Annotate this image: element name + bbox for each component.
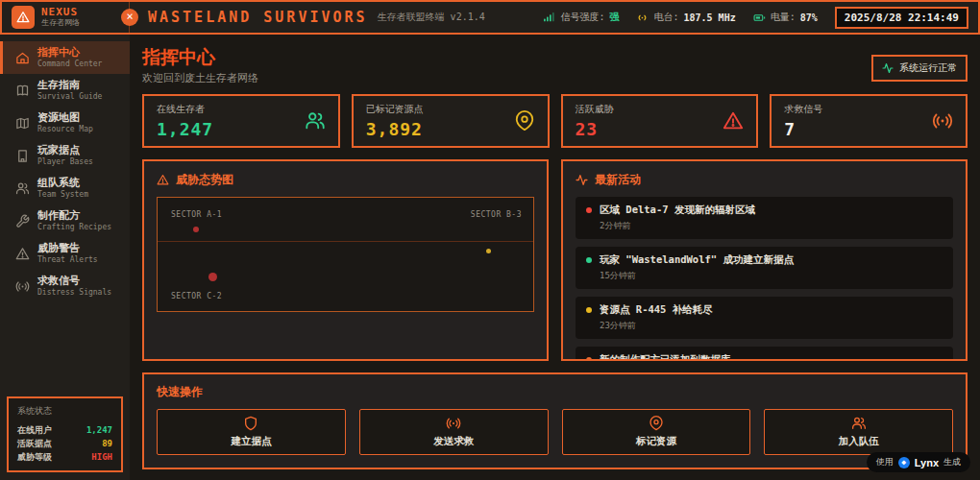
- map-icon: [15, 116, 30, 131]
- battery-icon: [753, 12, 766, 24]
- broadcast-icon: [446, 416, 461, 431]
- users-icon: [305, 110, 326, 132]
- threat-map-title: 威胁态势图: [176, 172, 233, 188]
- activity-time: 2分钟前: [600, 220, 943, 232]
- status-dot: [586, 357, 592, 361]
- activity-item[interactable]: 资源点 R-445 补给耗尽 23分钟前: [576, 297, 953, 339]
- clock-timestamp: 2025/8/28 22:14:49: [835, 7, 968, 29]
- lynx-logo-icon: ◆: [898, 457, 910, 468]
- active-bases-row: 活跃据点 89: [17, 437, 112, 450]
- sector-label: SECTOR C-2: [171, 292, 222, 300]
- signal-bars-icon: [543, 12, 555, 24]
- building-icon: [15, 149, 30, 163]
- status-dot: [586, 257, 592, 263]
- stat-value: 1,247: [157, 119, 213, 139]
- stat-card-marked-resources: 已标记资源点 3,892: [352, 94, 550, 148]
- stat-value: 23: [576, 119, 614, 139]
- book-icon: [15, 84, 30, 98]
- sidebar-item-distress-signals[interactable]: 求救信号Distress Signals: [0, 270, 130, 302]
- logo-subtitle: 生存者网络: [41, 18, 80, 28]
- home-icon: [15, 51, 30, 65]
- sidebar: 指挥中心Command Center 生存指南Survival Guide 资源…: [0, 35, 130, 480]
- threat-level-row: 威胁等级 HIGH: [17, 450, 112, 464]
- page-subtitle: 欢迎回到废土生存者网络: [142, 71, 258, 85]
- activity-item[interactable]: 区域 Delta-7 发现新的辐射区域 2分钟前: [576, 197, 953, 239]
- sidebar-item-command-center[interactable]: 指挥中心Command Center: [0, 41, 130, 74]
- status-dot: [586, 207, 592, 213]
- wrench-icon: [15, 214, 30, 228]
- activity-item[interactable]: 新的制作配方已添加到数据库 1小时前: [576, 347, 953, 361]
- activity-item[interactable]: 玩家 "WastelandWolf" 成功建立新据点 15分钟前: [576, 247, 953, 289]
- logo-title: NEXUS: [41, 7, 80, 18]
- recent-activity-panel: 最新活动 区域 Delta-7 发现新的辐射区域 2分钟前 玩家 "Wastel…: [561, 159, 968, 361]
- close-button[interactable]: ×: [121, 9, 138, 26]
- mark-resource-button[interactable]: 标记资源: [562, 409, 751, 455]
- threat-dot[interactable]: [486, 249, 491, 253]
- broadcast-icon: [15, 279, 30, 294]
- main-content: 指挥中心 欢迎回到废土生存者网络 系统运行正常 在线生存者 1,247 已标记资…: [130, 35, 980, 480]
- nexus-warning-icon: [12, 6, 35, 29]
- system-status-box: 系统状态 在线用户 1,247 活跃据点 89 威胁等级 HIGH: [7, 396, 123, 472]
- radio-frequency-status: 电台:187.5 MHz: [636, 11, 735, 24]
- warning-icon: [157, 174, 169, 186]
- sector-label: SECTOR B-3: [471, 210, 522, 219]
- threat-dot[interactable]: [193, 227, 199, 232]
- location-pin-icon: [649, 416, 664, 431]
- activity-time: 23分钟前: [600, 320, 943, 332]
- sidebar-item-crafting-recipes[interactable]: 制作配方Crafting Recipes: [0, 204, 130, 237]
- location-pin-icon: [514, 110, 535, 132]
- establish-base-button[interactable]: 建立据点: [157, 409, 346, 455]
- sidebar-item-survival-guide[interactable]: 生存指南Survival Guide: [0, 74, 130, 107]
- system-status-title: 系统状态: [17, 405, 112, 418]
- threat-map[interactable]: SECTOR A-1 SECTOR B-3 SECTOR C-2: [157, 197, 534, 312]
- status-dot: [586, 307, 592, 313]
- sidebar-item-team-system[interactable]: 组队系统Team System: [0, 172, 130, 204]
- battery-status: 电量:87%: [753, 11, 818, 24]
- lynx-badge[interactable]: 使用 ◆ Lynx 生成: [867, 452, 970, 472]
- pulse-icon: [882, 62, 894, 74]
- quick-actions-panel: 快速操作 建立据点 发送求救 标记资源 加入队伍: [142, 372, 968, 469]
- warning-icon: [15, 247, 30, 261]
- threat-map-panel: 威胁态势图 SECTOR A-1 SECTOR B-3 SECTOR C-2: [142, 159, 549, 361]
- app-version: 生存者联盟终端 v2.1.4: [378, 11, 485, 24]
- sidebar-item-threat-alerts[interactable]: 威胁警告Threat Alerts: [0, 237, 130, 270]
- stat-value: 7: [784, 119, 822, 139]
- quick-actions-title: 快速操作: [157, 384, 953, 400]
- users-icon: [851, 416, 867, 431]
- sector-label: SECTOR A-1: [171, 210, 222, 219]
- online-users-row: 在线用户 1,247: [17, 423, 112, 437]
- broadcast-icon: [932, 110, 953, 132]
- shield-icon: [243, 416, 258, 431]
- join-team-button[interactable]: 加入队伍: [764, 409, 953, 455]
- app-logo: NEXUS 生存者网络: [2, 2, 130, 33]
- signal-strength-status: 信号强度:强: [543, 11, 619, 24]
- activity-title: 最新活动: [595, 172, 641, 188]
- sidebar-item-resource-map[interactable]: 资源地图Resource Map: [0, 107, 130, 139]
- page-title: 指挥中心: [142, 45, 258, 68]
- stat-card-active-threats: 活跃威胁 23: [561, 94, 759, 148]
- stat-value: 3,892: [366, 119, 424, 139]
- warning-icon: [723, 110, 744, 132]
- topbar: NEXUS 生存者网络 × WASTELAND SURVIVORS 生存者联盟终…: [0, 0, 980, 35]
- stat-card-distress-signals: 求救信号 7: [770, 94, 968, 148]
- users-icon: [15, 181, 30, 196]
- threat-dot[interactable]: [208, 273, 217, 281]
- sidebar-item-player-bases[interactable]: 玩家据点Player Bases: [0, 139, 130, 172]
- activity-time: 15分钟前: [600, 270, 943, 282]
- map-grid-line: [158, 241, 533, 242]
- system-ok-button[interactable]: 系统运行正常: [871, 55, 968, 82]
- radio-icon: [636, 12, 649, 24]
- pulse-icon: [576, 174, 588, 186]
- stat-card-online-survivors: 在线生存者 1,247: [142, 94, 340, 148]
- send-sos-button[interactable]: 发送求救: [359, 409, 549, 455]
- app-title: WASTELAND SURVIVORS: [148, 9, 368, 26]
